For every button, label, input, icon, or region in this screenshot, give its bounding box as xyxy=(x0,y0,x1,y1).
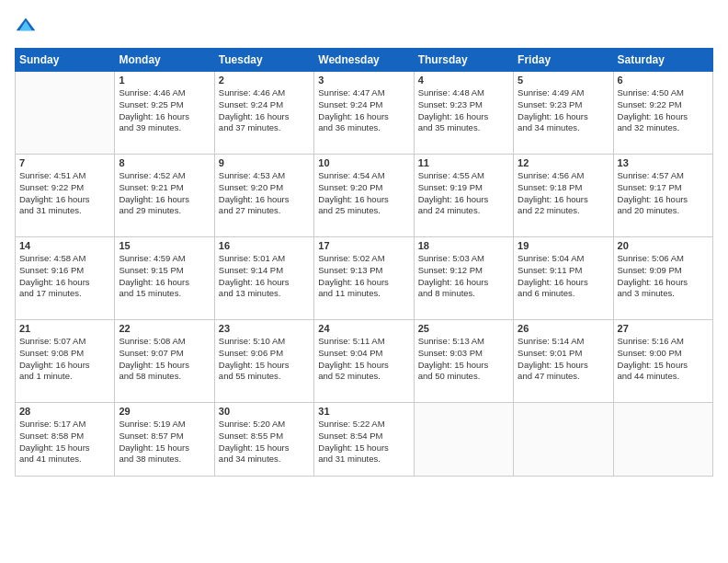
day-number: 22 xyxy=(119,323,210,334)
calendar-cell: 24Sunrise: 5:11 AM Sunset: 9:04 PM Dayli… xyxy=(314,320,414,403)
day-number: 9 xyxy=(219,157,310,168)
day-number: 21 xyxy=(19,323,110,334)
calendar-cell: 20Sunrise: 5:06 AM Sunset: 9:09 PM Dayli… xyxy=(613,237,712,320)
calendar-cell: 22Sunrise: 5:08 AM Sunset: 9:07 PM Dayli… xyxy=(115,320,214,403)
cell-text: Sunrise: 4:56 AM Sunset: 9:18 PM Dayligh… xyxy=(518,170,609,217)
cell-text: Sunrise: 5:14 AM Sunset: 9:01 PM Dayligh… xyxy=(518,336,609,383)
day-number: 1 xyxy=(119,75,210,86)
cell-text: Sunrise: 5:22 AM Sunset: 8:54 PM Dayligh… xyxy=(318,419,409,465)
day-number: 3 xyxy=(318,75,409,86)
cell-text: Sunrise: 5:13 AM Sunset: 9:03 PM Dayligh… xyxy=(418,336,509,383)
cell-text: Sunrise: 4:49 AM Sunset: 9:23 PM Dayligh… xyxy=(518,87,609,134)
logo xyxy=(15,15,39,40)
cell-text: Sunrise: 5:04 AM Sunset: 9:11 PM Dayligh… xyxy=(518,253,609,300)
cell-text: Sunrise: 4:54 AM Sunset: 9:20 PM Dayligh… xyxy=(318,170,409,217)
cell-text: Sunrise: 5:03 AM Sunset: 9:12 PM Dayligh… xyxy=(418,253,509,300)
day-number: 5 xyxy=(518,75,609,86)
cell-text: Sunrise: 5:17 AM Sunset: 8:58 PM Dayligh… xyxy=(19,419,110,465)
day-number: 7 xyxy=(19,157,110,168)
cell-text: Sunrise: 5:10 AM Sunset: 9:06 PM Dayligh… xyxy=(219,336,310,383)
calendar-cell: 1Sunrise: 4:46 AM Sunset: 9:25 PM Daylig… xyxy=(115,72,214,155)
cell-text: Sunrise: 4:46 AM Sunset: 9:25 PM Dayligh… xyxy=(119,87,210,134)
day-header-tuesday: Tuesday xyxy=(214,49,313,72)
day-number: 18 xyxy=(418,240,509,251)
day-number: 17 xyxy=(318,240,409,251)
calendar-cell: 4Sunrise: 4:48 AM Sunset: 9:23 PM Daylig… xyxy=(414,72,513,155)
day-number: 12 xyxy=(518,157,609,168)
cell-text: Sunrise: 5:01 AM Sunset: 9:14 PM Dayligh… xyxy=(219,253,310,300)
day-number: 27 xyxy=(618,323,709,334)
day-header-monday: Monday xyxy=(115,49,214,72)
cell-text: Sunrise: 5:07 AM Sunset: 9:08 PM Dayligh… xyxy=(19,336,110,383)
day-header-saturday: Saturday xyxy=(613,49,712,72)
calendar-cell: 3Sunrise: 4:47 AM Sunset: 9:24 PM Daylig… xyxy=(314,72,414,155)
calendar-table: SundayMondayTuesdayWednesdayThursdayFrid… xyxy=(15,48,713,477)
calendar-cell: 28Sunrise: 5:17 AM Sunset: 8:58 PM Dayli… xyxy=(16,403,115,477)
calendar-cell: 17Sunrise: 5:02 AM Sunset: 9:13 PM Dayli… xyxy=(314,237,414,320)
calendar-cell xyxy=(414,403,513,477)
day-number: 4 xyxy=(418,75,509,86)
day-number: 14 xyxy=(19,240,110,251)
calendar-cell: 26Sunrise: 5:14 AM Sunset: 9:01 PM Dayli… xyxy=(514,320,613,403)
calendar-header-row: SundayMondayTuesdayWednesdayThursdayFrid… xyxy=(16,49,713,72)
day-number: 25 xyxy=(418,323,509,334)
cell-text: Sunrise: 4:46 AM Sunset: 9:24 PM Dayligh… xyxy=(219,87,310,134)
cell-text: Sunrise: 5:06 AM Sunset: 9:09 PM Dayligh… xyxy=(618,253,709,300)
calendar-cell: 25Sunrise: 5:13 AM Sunset: 9:03 PM Dayli… xyxy=(414,320,513,403)
cell-text: Sunrise: 5:16 AM Sunset: 9:00 PM Dayligh… xyxy=(618,336,709,383)
calendar-cell: 13Sunrise: 4:57 AM Sunset: 9:17 PM Dayli… xyxy=(613,155,712,237)
cell-text: Sunrise: 4:53 AM Sunset: 9:20 PM Dayligh… xyxy=(219,170,310,217)
day-number: 10 xyxy=(318,157,409,168)
day-number: 20 xyxy=(618,240,709,251)
cell-text: Sunrise: 4:50 AM Sunset: 9:22 PM Dayligh… xyxy=(618,87,709,134)
cell-text: Sunrise: 5:08 AM Sunset: 9:07 PM Dayligh… xyxy=(119,336,210,383)
cell-text: Sunrise: 4:47 AM Sunset: 9:24 PM Dayligh… xyxy=(318,87,409,134)
day-number: 11 xyxy=(418,157,509,168)
day-number: 8 xyxy=(119,157,210,168)
calendar-cell: 19Sunrise: 5:04 AM Sunset: 9:11 PM Dayli… xyxy=(514,237,613,320)
day-number: 30 xyxy=(219,406,310,417)
day-number: 28 xyxy=(19,406,110,417)
calendar-cell xyxy=(613,403,712,477)
calendar-cell: 31Sunrise: 5:22 AM Sunset: 8:54 PM Dayli… xyxy=(314,403,414,477)
cell-text: Sunrise: 5:20 AM Sunset: 8:55 PM Dayligh… xyxy=(219,419,310,465)
cell-text: Sunrise: 5:19 AM Sunset: 8:57 PM Dayligh… xyxy=(119,419,210,465)
calendar-cell: 21Sunrise: 5:07 AM Sunset: 9:08 PM Dayli… xyxy=(16,320,115,403)
day-number: 26 xyxy=(518,323,609,334)
cell-text: Sunrise: 4:48 AM Sunset: 9:23 PM Dayligh… xyxy=(418,87,509,134)
calendar-cell: 12Sunrise: 4:56 AM Sunset: 9:18 PM Dayli… xyxy=(514,155,613,237)
cell-text: Sunrise: 4:51 AM Sunset: 9:22 PM Dayligh… xyxy=(19,170,110,217)
calendar-cell: 18Sunrise: 5:03 AM Sunset: 9:12 PM Dayli… xyxy=(414,237,513,320)
cell-text: Sunrise: 4:58 AM Sunset: 9:16 PM Dayligh… xyxy=(19,253,110,300)
day-number: 24 xyxy=(318,323,409,334)
calendar-week-2: 7Sunrise: 4:51 AM Sunset: 9:22 PM Daylig… xyxy=(16,155,713,237)
day-header-sunday: Sunday xyxy=(16,49,115,72)
calendar-cell: 7Sunrise: 4:51 AM Sunset: 9:22 PM Daylig… xyxy=(16,155,115,237)
day-number: 2 xyxy=(219,75,310,86)
calendar-week-4: 21Sunrise: 5:07 AM Sunset: 9:08 PM Dayli… xyxy=(16,320,713,403)
calendar-cell: 15Sunrise: 4:59 AM Sunset: 9:15 PM Dayli… xyxy=(115,237,214,320)
day-number: 16 xyxy=(219,240,310,251)
calendar-cell: 14Sunrise: 4:58 AM Sunset: 9:16 PM Dayli… xyxy=(16,237,115,320)
calendar-cell: 11Sunrise: 4:55 AM Sunset: 9:19 PM Dayli… xyxy=(414,155,513,237)
day-header-wednesday: Wednesday xyxy=(314,49,414,72)
calendar-cell: 9Sunrise: 4:53 AM Sunset: 9:20 PM Daylig… xyxy=(214,155,313,237)
day-header-friday: Friday xyxy=(514,49,613,72)
calendar-week-1: 1Sunrise: 4:46 AM Sunset: 9:25 PM Daylig… xyxy=(16,72,713,155)
calendar-cell: 23Sunrise: 5:10 AM Sunset: 9:06 PM Dayli… xyxy=(214,320,313,403)
calendar-week-5: 28Sunrise: 5:17 AM Sunset: 8:58 PM Dayli… xyxy=(16,403,713,477)
day-number: 15 xyxy=(119,240,210,251)
day-number: 19 xyxy=(518,240,609,251)
calendar-cell: 5Sunrise: 4:49 AM Sunset: 9:23 PM Daylig… xyxy=(514,72,613,155)
calendar-cell xyxy=(514,403,613,477)
day-number: 31 xyxy=(318,406,409,417)
calendar-cell: 29Sunrise: 5:19 AM Sunset: 8:57 PM Dayli… xyxy=(115,403,214,477)
page-header xyxy=(15,15,713,40)
calendar-cell: 2Sunrise: 4:46 AM Sunset: 9:24 PM Daylig… xyxy=(214,72,313,155)
calendar-week-3: 14Sunrise: 4:58 AM Sunset: 9:16 PM Dayli… xyxy=(16,237,713,320)
calendar-cell: 16Sunrise: 5:01 AM Sunset: 9:14 PM Dayli… xyxy=(214,237,313,320)
calendar-cell: 6Sunrise: 4:50 AM Sunset: 9:22 PM Daylig… xyxy=(613,72,712,155)
day-number: 29 xyxy=(119,406,210,417)
cell-text: Sunrise: 4:52 AM Sunset: 9:21 PM Dayligh… xyxy=(119,170,210,217)
day-number: 13 xyxy=(618,157,709,168)
